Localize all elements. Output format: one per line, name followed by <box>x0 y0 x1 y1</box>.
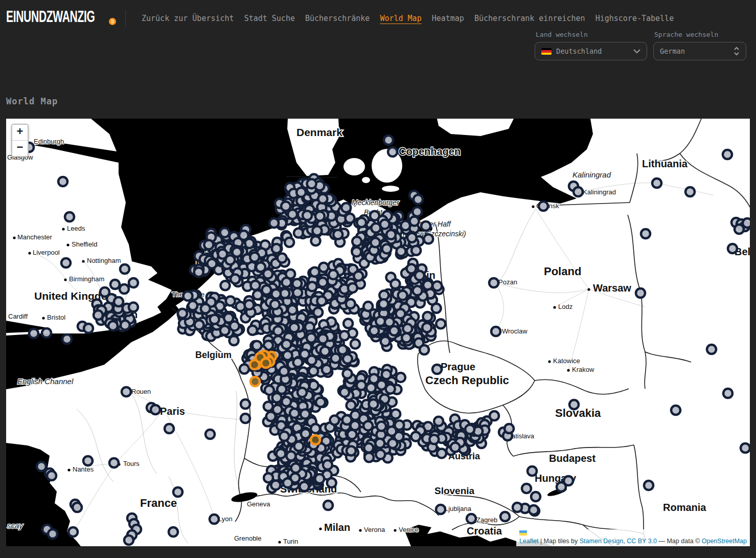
map-marker[interactable] <box>396 373 405 382</box>
map-marker[interactable] <box>62 334 72 344</box>
map-marker[interactable] <box>528 466 537 476</box>
map-marker[interactable] <box>239 231 248 240</box>
map-marker[interactable] <box>641 229 650 238</box>
map-marker[interactable] <box>278 254 287 263</box>
map-marker[interactable] <box>437 449 446 458</box>
nav-item-buecherschraenke[interactable]: Bücherschränke <box>305 14 370 23</box>
map-marker[interactable] <box>226 297 235 306</box>
map-marker[interactable] <box>366 383 376 392</box>
map-marker[interactable] <box>723 150 732 159</box>
map-marker[interactable] <box>290 323 299 332</box>
map-marker[interactable] <box>110 280 120 289</box>
map-marker[interactable] <box>388 147 397 157</box>
map-marker[interactable] <box>354 272 363 281</box>
map-marker[interactable] <box>410 217 419 226</box>
map-marker[interactable] <box>323 460 332 470</box>
map-marker[interactable] <box>652 178 661 188</box>
map-marker[interactable] <box>270 300 280 309</box>
map-marker[interactable] <box>280 432 289 441</box>
nav-item-heatmap[interactable]: Heatmap <box>432 14 464 23</box>
map-marker-highlight[interactable] <box>250 377 260 386</box>
map-marker[interactable] <box>352 247 361 256</box>
language-select[interactable]: German <box>653 42 746 60</box>
map-marker[interactable] <box>522 484 531 493</box>
map-marker[interactable] <box>491 327 500 336</box>
map-marker[interactable] <box>48 529 57 539</box>
map-marker[interactable] <box>685 187 695 196</box>
map-marker[interactable] <box>411 432 420 441</box>
map-marker[interactable] <box>347 401 356 410</box>
map-marker[interactable] <box>84 324 93 333</box>
map-marker[interactable] <box>225 255 235 264</box>
map-marker[interactable] <box>204 240 213 250</box>
map-marker[interactable] <box>294 442 304 451</box>
map-marker[interactable] <box>233 248 242 257</box>
map-marker[interactable] <box>205 430 215 439</box>
map-marker[interactable] <box>308 282 317 291</box>
map-marker[interactable] <box>151 405 160 414</box>
map-marker[interactable] <box>351 340 360 349</box>
map-marker-highlight[interactable] <box>261 359 270 368</box>
map-marker[interactable] <box>94 310 103 320</box>
world-map[interactable]: English ChannelscayWaddenzeeMecklenburge… <box>6 119 750 546</box>
map-marker[interactable] <box>109 458 119 467</box>
map-marker[interactable] <box>290 409 299 418</box>
map-marker[interactable] <box>369 399 378 409</box>
map-marker[interactable] <box>224 314 233 323</box>
map-marker[interactable] <box>413 207 422 216</box>
map-marker[interactable] <box>346 299 355 308</box>
map-marker[interactable] <box>221 281 230 290</box>
map-marker[interactable] <box>411 246 421 255</box>
map-marker[interactable] <box>29 329 38 338</box>
map-marker[interactable] <box>386 230 396 239</box>
map-marker[interactable] <box>413 286 422 295</box>
map-marker[interactable] <box>61 258 71 267</box>
map-marker[interactable] <box>288 210 297 219</box>
map-marker[interactable] <box>83 456 93 465</box>
map-marker[interactable] <box>539 202 548 211</box>
nav-item-world-map[interactable]: World Map <box>380 14 421 23</box>
map-marker[interactable] <box>47 471 56 480</box>
nav-item-highscore[interactable]: Highscore-Tabelle <box>595 14 674 23</box>
map-marker[interactable] <box>264 473 273 482</box>
map-marker[interactable] <box>283 478 292 487</box>
map-marker[interactable] <box>264 402 273 411</box>
map-marker[interactable] <box>341 203 351 212</box>
map-marker[interactable] <box>343 319 353 328</box>
map-marker[interactable] <box>165 424 174 433</box>
map-marker[interactable] <box>318 278 327 287</box>
map-marker[interactable] <box>285 238 294 247</box>
map-marker[interactable] <box>245 300 254 309</box>
map-marker[interactable] <box>240 365 249 374</box>
map-marker[interactable] <box>120 284 129 294</box>
map-marker[interactable] <box>320 347 330 356</box>
map-marker[interactable] <box>398 291 407 300</box>
map-marker[interactable] <box>65 212 74 221</box>
map-marker[interactable] <box>318 194 327 204</box>
logo[interactable]: EINUNDZWANZIG ₿ <box>6 8 116 26</box>
map-marker[interactable] <box>407 264 416 273</box>
map-marker[interactable] <box>120 264 129 274</box>
map-marker[interactable] <box>311 236 320 245</box>
map-marker[interactable] <box>220 326 230 335</box>
map-marker[interactable] <box>531 492 540 501</box>
map-marker[interactable] <box>286 452 295 461</box>
map-marker[interactable] <box>432 281 442 291</box>
map-marker[interactable] <box>380 219 390 229</box>
map-marker[interactable] <box>301 410 310 419</box>
map-marker[interactable] <box>424 234 433 243</box>
map-marker[interactable] <box>201 304 210 313</box>
map-marker[interactable] <box>178 309 187 318</box>
map-marker[interactable] <box>414 195 423 204</box>
map-marker[interactable] <box>315 212 325 221</box>
map-marker[interactable] <box>375 439 384 448</box>
map-marker[interactable] <box>465 425 474 434</box>
map-marker[interactable] <box>262 285 271 295</box>
map-marker[interactable] <box>569 400 579 409</box>
map-marker[interactable] <box>122 387 131 396</box>
map-marker[interactable] <box>129 303 138 312</box>
map-marker[interactable] <box>303 211 312 220</box>
map-marker[interactable] <box>338 345 347 354</box>
map-marker[interactable] <box>432 304 441 313</box>
map-marker[interactable] <box>391 279 400 288</box>
